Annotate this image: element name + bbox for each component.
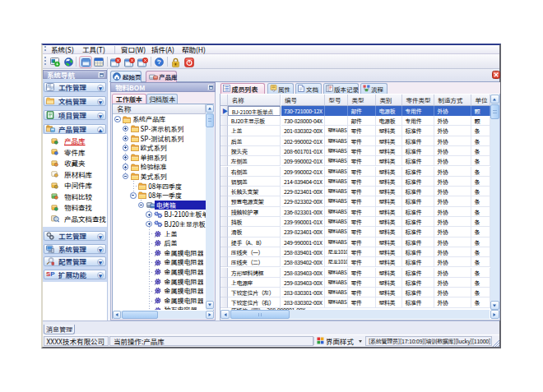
svg-text:?: ? — [157, 58, 161, 66]
